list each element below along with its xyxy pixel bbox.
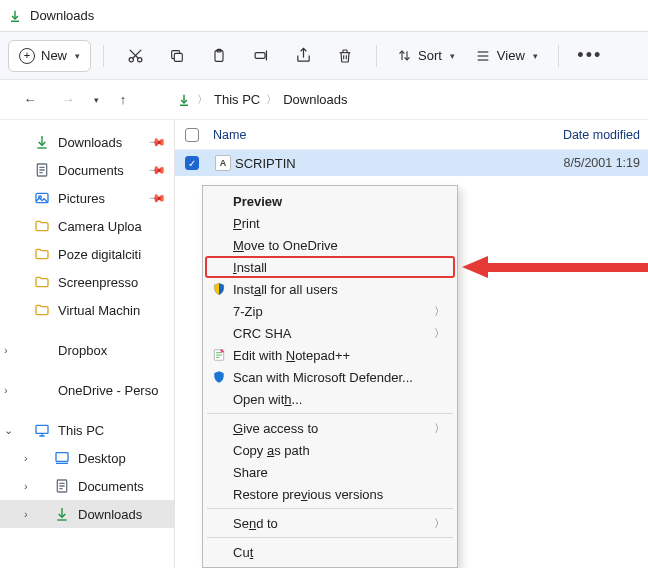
- sidebar-item-downloads[interactable]: Downloads📌: [0, 128, 174, 156]
- paste-button[interactable]: [200, 40, 238, 72]
- sidebar-item-label: Desktop: [78, 451, 126, 466]
- menu-item-label: Edit with Notepad++: [233, 348, 350, 363]
- forward-button[interactable]: →: [54, 86, 82, 114]
- menu-item-preview[interactable]: Preview: [205, 190, 455, 212]
- separator: [558, 45, 559, 67]
- row-checkbox[interactable]: ✓: [175, 156, 209, 170]
- chevron-icon: ›: [24, 480, 28, 492]
- pc-icon: [34, 422, 50, 438]
- sort-button[interactable]: Sort ▾: [389, 40, 463, 72]
- document-icon: [34, 162, 50, 178]
- menu-item-label: Give access to: [233, 421, 318, 436]
- sidebar-item-pictures[interactable]: Pictures📌: [0, 184, 174, 212]
- shield-icon: [211, 281, 227, 297]
- chevron-down-icon: ▾: [75, 51, 80, 61]
- delete-button[interactable]: [326, 40, 364, 72]
- svg-point-1: [137, 58, 141, 62]
- menu-item-label: Scan with Microsoft Defender...: [233, 370, 413, 385]
- separator: [376, 45, 377, 67]
- menu-item-install-for-all-users[interactable]: Install for all users: [205, 278, 455, 300]
- menu-item-install[interactable]: Install: [205, 256, 455, 278]
- sidebar-item-downloads[interactable]: ›Downloads: [0, 500, 174, 528]
- menu-item-label: CRC SHA: [233, 326, 292, 341]
- pin-icon: 📌: [147, 160, 166, 179]
- folder-icon: [34, 246, 50, 262]
- menu-item-restore-previous-versions[interactable]: Restore previous versions: [205, 483, 455, 505]
- menu-item-edit-with-notepad-[interactable]: Edit with Notepad++: [205, 344, 455, 366]
- select-all-checkbox[interactable]: [175, 128, 209, 142]
- copy-button[interactable]: [158, 40, 196, 72]
- recent-chevron[interactable]: ▾: [94, 95, 99, 105]
- menu-item-label: Print: [233, 216, 260, 231]
- breadcrumb-this-pc[interactable]: This PC: [214, 92, 260, 107]
- menu-item-crc-sha[interactable]: CRC SHA〉: [205, 322, 455, 344]
- more-button[interactable]: •••: [571, 40, 609, 72]
- menu-item-cut[interactable]: Cut: [205, 541, 455, 563]
- menu-item-label: Install: [233, 260, 267, 275]
- menu-item-send-to[interactable]: Send to〉: [205, 512, 455, 534]
- sidebar-item-onedrive---perso[interactable]: ›OneDrive - Perso: [0, 376, 174, 404]
- sidebar-item-label: Camera Uploa: [58, 219, 142, 234]
- menu-item-move-to-onedrive[interactable]: Move to OneDrive: [205, 234, 455, 256]
- chevron-down-icon: ▾: [533, 51, 538, 61]
- address-bar-row: ← → ▾ ↑ 〉 This PC 〉 Downloads: [0, 80, 648, 120]
- sidebar-item-this-pc[interactable]: ⌄This PC: [0, 416, 174, 444]
- sidebar-item-documents[interactable]: Documents📌: [0, 156, 174, 184]
- cut-button[interactable]: [116, 40, 154, 72]
- file-row[interactable]: ✓ASCRIPTIN8/5/2001 1:19: [175, 150, 648, 176]
- sidebar-item-label: Downloads: [78, 507, 142, 522]
- sidebar-item-virtual-machin[interactable]: Virtual Machin: [0, 296, 174, 324]
- sidebar-item-label: Downloads: [58, 135, 122, 150]
- menu-item-copy-as-path[interactable]: Copy as path: [205, 439, 455, 461]
- chevron-right-icon: 〉: [434, 516, 445, 531]
- sidebar-item-poze-digitalciti[interactable]: Poze digitalciti: [0, 240, 174, 268]
- sidebar-item-label: Dropbox: [58, 343, 107, 358]
- back-button[interactable]: ←: [16, 86, 44, 114]
- sidebar-item-label: Poze digitalciti: [58, 247, 141, 262]
- download-icon: [8, 9, 22, 23]
- menu-item-label: Preview: [233, 194, 282, 209]
- download-icon: [34, 134, 50, 150]
- plus-icon: +: [19, 48, 35, 64]
- sidebar-item-label: Documents: [78, 479, 144, 494]
- svg-rect-2: [174, 53, 182, 61]
- toolbar: + New ▾ Sort ▾ View ▾ •••: [0, 32, 648, 80]
- sidebar-item-screenpresso[interactable]: Screenpresso: [0, 268, 174, 296]
- file-name: SCRIPTIN: [231, 156, 296, 171]
- pin-icon: 📌: [147, 132, 166, 151]
- sidebar-item-label: Virtual Machin: [58, 303, 140, 318]
- menu-item-print[interactable]: Print: [205, 212, 455, 234]
- onedrive-icon: [34, 382, 50, 398]
- sidebar-item-label: Documents: [58, 163, 124, 178]
- menu-item-scan-with-microsoft-defender-[interactable]: Scan with Microsoft Defender...: [205, 366, 455, 388]
- menu-item-share[interactable]: Share: [205, 461, 455, 483]
- document-icon: [54, 478, 70, 494]
- address-bar[interactable]: 〉 This PC 〉 Downloads: [177, 92, 348, 107]
- sidebar-item-documents[interactable]: ›Documents: [0, 472, 174, 500]
- chevron-icon: ›: [24, 452, 28, 464]
- sidebar-item-camera-uploa[interactable]: Camera Uploa: [0, 212, 174, 240]
- defender-icon: [211, 369, 227, 385]
- column-date[interactable]: Date modified: [558, 128, 648, 142]
- menu-item-give-access-to[interactable]: Give access to〉: [205, 417, 455, 439]
- breadcrumb-downloads[interactable]: Downloads: [283, 92, 347, 107]
- rename-button[interactable]: [242, 40, 280, 72]
- sidebar-item-label: OneDrive - Perso: [58, 383, 158, 398]
- sidebar-item-desktop[interactable]: ›Desktop: [0, 444, 174, 472]
- view-button[interactable]: View ▾: [467, 40, 546, 72]
- menu-item-7-zip[interactable]: 7-Zip〉: [205, 300, 455, 322]
- chevron-icon: ›: [24, 508, 28, 520]
- share-button[interactable]: [284, 40, 322, 72]
- column-name[interactable]: Name: [209, 128, 558, 142]
- column-header: Name Date modified: [175, 120, 648, 150]
- window-title: Downloads: [30, 8, 94, 23]
- sidebar-item-label: Screenpresso: [58, 275, 138, 290]
- up-button[interactable]: ↑: [109, 86, 137, 114]
- context-menu: PreviewPrintMove to OneDriveInstallInsta…: [202, 185, 458, 568]
- new-button[interactable]: + New ▾: [8, 40, 91, 72]
- dropbox-icon: [34, 342, 50, 358]
- folder-icon: [34, 274, 50, 290]
- sidebar-item-dropbox[interactable]: ›Dropbox: [0, 336, 174, 364]
- menu-item-open-with-[interactable]: Open with...: [205, 388, 455, 410]
- chevron-right-icon: 〉: [434, 304, 445, 319]
